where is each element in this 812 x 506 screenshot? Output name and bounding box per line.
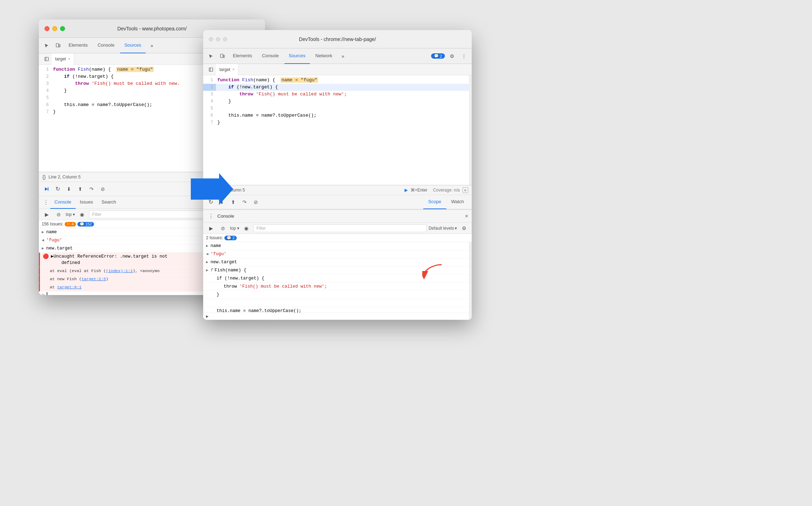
top-dropdown-1[interactable]: top ▾: [66, 212, 75, 217]
tab-elements-2[interactable]: Elements: [229, 48, 256, 64]
code-tabs-2: target ×: [203, 64, 472, 75]
w2-code-line-6: 6 this.name = name?.toUpperCase();: [203, 112, 472, 119]
traffic-lights-2: [209, 37, 227, 41]
step-into-btn-1[interactable]: ⬆: [76, 184, 85, 194]
execute-icon-2[interactable]: ▶: [206, 223, 216, 233]
tab-console-2[interactable]: Console: [258, 48, 283, 64]
panel-toggle-icon-2[interactable]: [206, 65, 216, 75]
console-scrollbar-2[interactable]: [469, 242, 472, 320]
target9-link-1[interactable]: target:9:1: [57, 285, 82, 289]
settings-icon-2[interactable]: ⚙: [447, 51, 457, 61]
console-bottom-2: ▶: [203, 313, 469, 320]
cursor-icon[interactable]: [42, 41, 52, 51]
step-out-btn-2[interactable]: ↷: [240, 198, 249, 207]
step-out-btn-1[interactable]: ↷: [87, 184, 96, 194]
tab-sources-1[interactable]: Sources: [120, 38, 146, 53]
tab-console-1[interactable]: Console: [93, 38, 119, 53]
console-more-icon-2[interactable]: ⋮: [207, 211, 215, 221]
cursor-blink-1[interactable]: [47, 292, 47, 295]
panel-toggle-icon-1[interactable]: [42, 54, 52, 64]
execute-icon-1[interactable]: ▶: [42, 210, 52, 219]
eval-link-1[interactable]: (index):1:1: [106, 269, 133, 273]
svg-rect-8: [223, 55, 224, 58]
deactivate-btn-1[interactable]: ⊘: [98, 184, 107, 194]
tab-sources-2[interactable]: Sources: [284, 48, 310, 64]
console-tab-issues-1[interactable]: Issues: [76, 196, 98, 209]
kebab-icon-2[interactable]: ⋮: [459, 51, 469, 61]
coverage-settings-icon[interactable]: ≡: [463, 187, 468, 193]
run-icon-2[interactable]: ▶: [405, 188, 408, 193]
close-button-1[interactable]: [45, 26, 49, 31]
braces-icon-1: {}: [42, 174, 46, 180]
svg-rect-9: [209, 68, 213, 71]
console-more-icon-1[interactable]: ⋮: [42, 198, 50, 207]
resume-btn-1[interactable]: [42, 184, 51, 194]
code-tab-target-2[interactable]: target ×: [216, 64, 239, 75]
w2-console-name: ▶ name: [203, 242, 472, 250]
console-tab-search-1[interactable]: Search: [97, 196, 120, 209]
eye-icon-1[interactable]: ◉: [77, 210, 87, 219]
run-label-2: ⌘+Enter: [411, 188, 428, 193]
status-bar-right-2: ▶ ⌘+Enter Coverage: n/a ≡: [405, 187, 468, 193]
gear-icon-2[interactable]: ⚙: [459, 223, 469, 233]
deactivate-btn-2[interactable]: ⊘: [251, 198, 260, 207]
scope-tab-2[interactable]: Scope: [423, 195, 446, 209]
default-levels-btn-2[interactable]: Default levels ▾: [429, 226, 457, 231]
cursor-icon-2[interactable]: [206, 51, 216, 61]
tab-network-2[interactable]: Network: [311, 48, 337, 64]
eye-icon-2[interactable]: ◉: [241, 223, 251, 233]
close-button-2[interactable]: [209, 37, 213, 41]
svg-rect-1: [59, 45, 60, 47]
w2-console-throw: throw 'Fish() must be called with new';: [203, 283, 472, 291]
maximize-button-1[interactable]: [60, 26, 65, 31]
close-console-2[interactable]: ×: [465, 213, 468, 219]
no-entry-icon-2[interactable]: ⊘: [218, 223, 228, 233]
no-entry-icon-1[interactable]: ⊘: [54, 210, 64, 219]
w2-console-fish: ▶ f Fish(name) {: [203, 266, 472, 275]
device-toggle-icon-2[interactable]: [217, 51, 227, 61]
console-header-2: ⋮ Console ×: [203, 210, 472, 223]
close-tab-icon-1[interactable]: ×: [68, 57, 70, 61]
w2-code-line-5: 5: [203, 105, 472, 112]
svg-marker-6: [191, 173, 233, 205]
tab-elements-1[interactable]: Elements: [64, 38, 92, 53]
code-body-2[interactable]: 1 function Fish(name) { name = "fugu" 2 …: [203, 75, 472, 185]
code-tab-target-1[interactable]: target ×: [52, 53, 74, 65]
target-link-1[interactable]: target:2:5: [82, 277, 106, 281]
status-bar-2: {} Line 2, Column 5 ▶ ⌘+Enter Coverage: …: [203, 185, 472, 195]
title-bar-2: DevTools - chrome://new-tab-page/: [203, 30, 472, 48]
close-tab-icon-2[interactable]: ×: [233, 67, 235, 71]
more-tabs-icon-2[interactable]: »: [338, 51, 348, 61]
w2-console-fugu: ◀ 'fugu': [203, 250, 472, 258]
w2-code-line-4: 4 }: [203, 98, 472, 105]
svg-rect-0: [56, 43, 59, 47]
step-over-btn-1[interactable]: ⬇: [64, 184, 73, 194]
debug-toolbar-2: ↻ ⬇ ⬆ ↷ ⊘ Scope Watch: [203, 195, 472, 209]
error-icon-1: 🔴: [43, 253, 49, 260]
w2-console-brace1: }: [203, 291, 472, 299]
w2-code-line-3: 3 throw 'Fish() must be called with new'…: [203, 91, 472, 98]
blue-badge-1: 💬 152: [77, 222, 94, 226]
reload-icon-1[interactable]: ↻: [53, 184, 62, 194]
top-dropdown-2[interactable]: top ▾: [230, 226, 239, 231]
coverage-label-2: Coverage: n/a: [433, 188, 460, 193]
device-toggle-icon[interactable]: [53, 41, 63, 51]
traffic-lights-1: [45, 26, 65, 31]
console-title-2: Console: [217, 213, 234, 219]
watch-tab-2[interactable]: Watch: [446, 195, 469, 209]
more-tabs-icon-1[interactable]: »: [147, 41, 157, 51]
code-scrollbar-2[interactable]: [469, 75, 472, 185]
minimize-button-1[interactable]: [52, 26, 57, 31]
toolbar-right-2: 💬2 ⚙ ⋮: [431, 51, 469, 61]
svg-rect-2: [45, 57, 48, 61]
console-drawer-2: ⋮ Console × ▶ ⊘ top ▾ ◉ Filter Default l…: [203, 209, 472, 320]
debug-tabs-2: Scope Watch: [423, 195, 469, 209]
maximize-button-2[interactable]: [223, 37, 227, 41]
console-body-2[interactable]: ▶ name ◀ 'fugu' ▶ new.target ▶ f Fish(na…: [203, 242, 472, 320]
filter-input-2[interactable]: Filter: [253, 224, 426, 232]
minimize-button-2[interactable]: [216, 37, 220, 41]
svg-marker-4: [45, 187, 48, 191]
console-tab-console-1[interactable]: Console: [50, 196, 76, 209]
issues-badge-2: 2 Issues: 💬 2: [203, 234, 472, 242]
devtools-toolbar-2: Elements Console Sources Network » 💬2 ⚙ …: [203, 48, 472, 64]
